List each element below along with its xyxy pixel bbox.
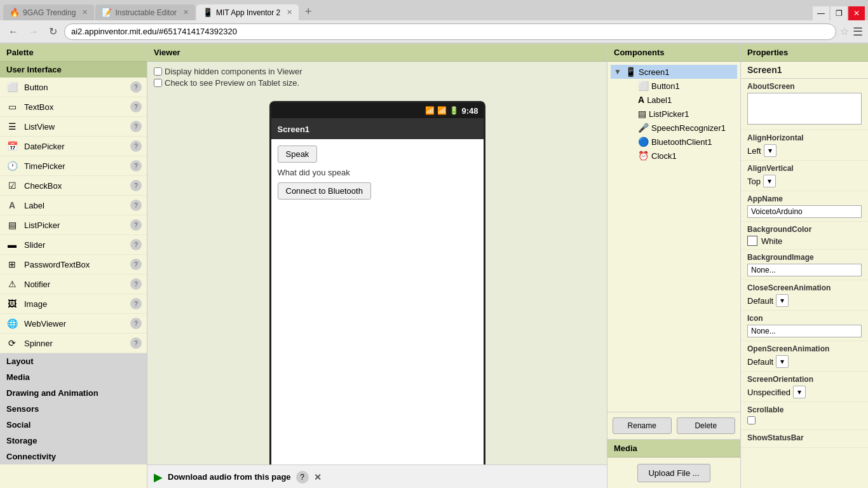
palette-item-passwordtextbox[interactable]: ⊞ PasswordTextBox ?: [0, 255, 147, 274]
palette-item-checkbox[interactable]: ☑ CheckBox ?: [0, 176, 147, 196]
help-icon[interactable]: ?: [130, 318, 142, 329]
palette-item-image[interactable]: 🖼 Image ?: [0, 294, 147, 314]
bluetooth-button[interactable]: Connect to Bluetooth: [278, 182, 371, 200]
palette-item-datepicker[interactable]: 📅 DatePicker ?: [0, 137, 147, 156]
help-icon[interactable]: ?: [130, 160, 142, 172]
bookmark-icon[interactable]: ☆: [840, 25, 849, 37]
help-icon[interactable]: ?: [130, 180, 142, 191]
speak-button[interactable]: Speak: [278, 146, 318, 163]
help-icon[interactable]: ?: [130, 239, 142, 250]
prop-icon-input[interactable]: [747, 325, 862, 337]
dropdown-arrow[interactable]: ▾: [793, 386, 806, 398]
media-upload: Upload File ...: [607, 458, 740, 488]
sensors-section[interactable]: Sensors: [0, 401, 147, 417]
dropdown-arrow[interactable]: ▾: [764, 144, 776, 157]
palette-item-label[interactable]: A Label ?: [0, 196, 147, 215]
tree-item-button1[interactable]: ⬜ Button1: [623, 79, 737, 93]
hidden-components-checkbox[interactable]: [154, 67, 162, 76]
tree-item-label: Clock1: [651, 151, 677, 161]
tree-item-clock1[interactable]: ⏰ Clock1: [623, 149, 737, 163]
layout-section[interactable]: Layout: [0, 353, 147, 369]
palette-item-notifier[interactable]: ⚠ Notifier ?: [0, 274, 147, 294]
tab-instructable[interactable]: 📝 Instructable Editor ✕: [95, 4, 195, 20]
palette-item-button[interactable]: ⬜ Button ?: [0, 78, 147, 97]
help-icon[interactable]: ?: [130, 298, 142, 309]
help-icon[interactable]: ?: [130, 278, 142, 290]
tree-item-speechrecognizer1[interactable]: 🎤 SpeechRecognizer1: [623, 121, 737, 135]
palette-item-webviewer[interactable]: 🌐 WebViewer ?: [0, 314, 147, 334]
rename-button[interactable]: Rename: [613, 417, 672, 434]
new-tab-button[interactable]: +: [301, 4, 316, 20]
tab-9gag[interactable]: 🔥 9GAG Trending ✕: [3, 4, 94, 20]
tab-close-btn[interactable]: ✕: [183, 8, 189, 17]
download-text[interactable]: Download audio from this page: [168, 472, 291, 482]
hidden-components-checkbox-label[interactable]: Display hidden components in Viewer: [154, 67, 600, 76]
palette-item-listview[interactable]: ☰ ListView ?: [0, 117, 147, 137]
upload-file-button[interactable]: Upload File ...: [637, 464, 710, 482]
download-close-icon[interactable]: ✕: [314, 472, 322, 482]
prop-backgroundimage-input[interactable]: [747, 264, 862, 276]
dropdown-arrow[interactable]: ▾: [776, 294, 789, 307]
drawing-section[interactable]: Drawing and Animation: [0, 385, 147, 401]
delete-button[interactable]: Delete: [677, 417, 736, 434]
help-icon[interactable]: ?: [130, 219, 142, 231]
tree-item-label1[interactable]: A Label1: [623, 93, 737, 107]
palette-item-listpicker[interactable]: ▤ ListPicker ?: [0, 215, 147, 235]
palette-item-spinner[interactable]: ⟳ Spinner ?: [0, 334, 147, 353]
tab-close-btn[interactable]: ✕: [82, 8, 88, 17]
palette-item-timepicker[interactable]: 🕐 TimePicker ?: [0, 156, 147, 176]
prop-screenorientation: ScreenOrientation Unspecified ▾: [741, 372, 868, 402]
prop-scrollable-checkbox[interactable]: [747, 416, 756, 424]
phone-status-bar: 📶 📶 🔋 9:48: [271, 103, 484, 118]
prop-alignhorizontal-dropdown[interactable]: Left ▾: [747, 144, 862, 157]
tablet-preview-label: Check to see Preview on Tablet size.: [165, 78, 299, 88]
tab-appinventor[interactable]: 📱 MIT App Inventor 2 ✕: [196, 4, 299, 20]
tablet-preview-checkbox[interactable]: [154, 79, 162, 87]
prop-appname-input[interactable]: [747, 205, 862, 218]
connectivity-section[interactable]: Connectivity: [0, 449, 147, 464]
reload-button[interactable]: ↻: [46, 24, 60, 39]
help-icon[interactable]: ?: [130, 101, 142, 112]
address-bar[interactable]: [64, 24, 836, 40]
help-icon[interactable]: ?: [130, 200, 142, 211]
dropdown-arrow[interactable]: ▾: [776, 355, 789, 368]
tree-item-screen1[interactable]: ▼ 📱 Screen1: [611, 65, 737, 79]
download-help-icon[interactable]: ?: [296, 471, 309, 484]
palette-item-slider[interactable]: ▬ Slider ?: [0, 235, 147, 255]
close-button[interactable]: ✕: [848, 6, 865, 20]
prop-openscreenanimation-dropdown[interactable]: Default ▾: [747, 355, 862, 368]
chrome-menu-icon[interactable]: ☰: [853, 25, 863, 39]
help-icon[interactable]: ?: [130, 121, 142, 132]
palette-item-label: CheckBox: [24, 181, 125, 191]
minimize-button[interactable]: —: [813, 6, 829, 20]
back-button[interactable]: ←: [5, 25, 22, 39]
tab-close-btn[interactable]: ✕: [287, 8, 292, 17]
storage-section[interactable]: Storage: [0, 433, 147, 449]
prop-alignvertical-dropdown[interactable]: Top ▾: [747, 175, 862, 187]
prop-backgroundcolor-selector[interactable]: White: [747, 236, 862, 246]
properties-header: Properties: [741, 44, 868, 62]
media-section: Media Upload File ...: [607, 439, 740, 488]
bluetooth-icon: 🔵: [638, 137, 649, 147]
help-icon[interactable]: ?: [130, 337, 142, 349]
prop-aboutscreen-input[interactable]: [747, 93, 862, 125]
prop-screenorientation-dropdown[interactable]: Unspecified ▾: [747, 386, 862, 398]
tab-favicon: 📱: [203, 8, 213, 17]
expand-icon: ▼: [614, 67, 623, 76]
listpicker-icon: ▤: [5, 218, 19, 232]
dropdown-arrow[interactable]: ▾: [763, 175, 776, 187]
help-icon[interactable]: ?: [130, 81, 142, 93]
prop-closescreenanimation-dropdown[interactable]: Default ▾: [747, 294, 862, 307]
tablet-preview-checkbox-label[interactable]: Check to see Preview on Tablet size.: [154, 78, 600, 88]
social-section[interactable]: Social: [0, 417, 147, 433]
help-icon[interactable]: ?: [130, 259, 142, 270]
forward-button[interactable]: →: [25, 25, 42, 39]
tree-item-label: Button1: [651, 81, 680, 91]
user-interface-section[interactable]: User Interface: [0, 62, 147, 78]
tree-item-bluetoothclient1[interactable]: 🔵 BluetoothClient1: [623, 135, 737, 149]
help-icon[interactable]: ?: [130, 140, 142, 152]
palette-item-textbox[interactable]: ▭ TextBox ?: [0, 97, 147, 117]
media-section[interactable]: Media: [0, 369, 147, 385]
maximize-button[interactable]: ❐: [831, 6, 847, 20]
tree-item-listpicker1[interactable]: ▤ ListPicker1: [623, 107, 737, 121]
